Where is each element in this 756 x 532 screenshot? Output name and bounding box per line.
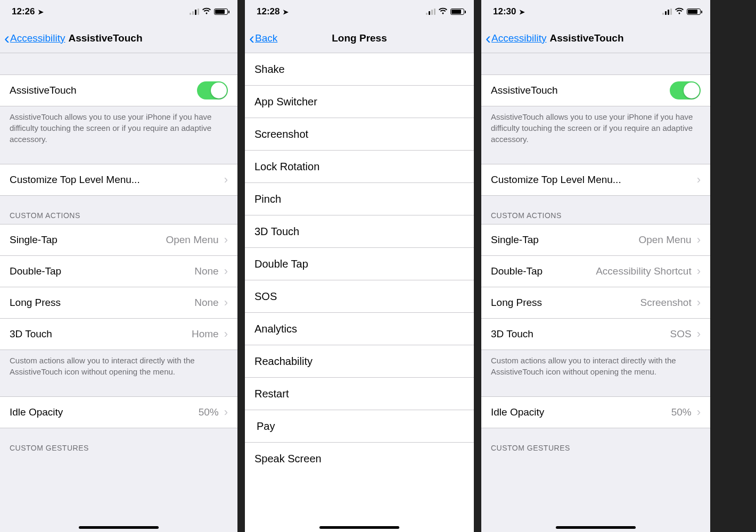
page-title: AssistiveTouch [546,32,623,44]
chevron-right-icon: › [224,296,228,310]
option-pinch[interactable]: Pinch [245,183,474,215]
toggle-label: AssistiveTouch [491,85,558,96]
chevron-right-icon: › [697,405,701,419]
location-icon: ➤ [38,8,44,16]
screen-assistivetouch-before: 12:26 ➤ ‹ Accessibility AssistiveTouch A… [0,0,237,532]
chevron-right-icon: › [224,233,228,247]
wifi-icon [202,7,211,16]
option-analytics[interactable]: Analytics [245,313,474,345]
wifi-icon [438,7,448,16]
home-indicator[interactable] [556,526,636,529]
long-press-row[interactable]: Long Press Screenshot› [481,287,710,319]
assistivetouch-toggle-row[interactable]: AssistiveTouch [0,74,237,106]
toggle-switch[interactable] [197,81,228,99]
chevron-right-icon: › [224,327,228,341]
back-label: Back [255,32,277,44]
double-tap-row[interactable]: Double-Tap Accessibility Shortcut› [481,255,710,287]
chevron-left-icon: ‹ [4,30,10,46]
location-icon: ➤ [519,8,525,16]
status-bar: 12:26 ➤ [0,0,237,23]
toggle-label: AssistiveTouch [10,85,77,96]
option-app-switcher[interactable]: App Switcher [245,86,474,118]
custom-gestures-header: CUSTOM GESTURES [0,428,237,456]
battery-icon [450,9,464,15]
home-indicator[interactable] [79,526,159,529]
clock: 12:28 [257,6,280,17]
single-tap-row[interactable]: Single-Tap Open Menu› [481,224,710,256]
chevron-right-icon: › [697,296,701,310]
nav-bar: ‹ Back Long Press [245,23,474,53]
back-button[interactable]: ‹ Accessibility [0,30,65,46]
custom-gestures-header: CUSTOM GESTURES [481,428,710,456]
actions-footer: Custom actions allow you to interact dir… [0,350,237,377]
nav-bar: ‹ Accessibility AssistiveTouch [0,23,237,53]
custom-actions-header: CUSTOM ACTIONS [481,195,710,224]
customize-menu-row[interactable]: Customize Top Level Menu... › [481,164,710,196]
status-bar: 12:30 ➤ [481,0,710,23]
chevron-right-icon: › [697,233,701,247]
option-shake[interactable]: Shake [245,53,474,86]
toggle-description: AssistiveTouch allows you to use your iP… [481,106,710,145]
wifi-icon [675,7,684,16]
toggle-switch[interactable] [670,81,701,99]
3d-touch-row[interactable]: 3D Touch Home› [0,318,237,350]
status-bar: 12:28 ➤ [245,0,474,23]
assistivetouch-toggle-row[interactable]: AssistiveTouch [481,74,710,106]
nav-bar: ‹ Accessibility AssistiveTouch [481,23,710,53]
chevron-right-icon: › [224,405,228,419]
chevron-right-icon: › [697,173,701,187]
double-tap-row[interactable]: Double-Tap None› [0,255,237,287]
cell-signal-icon [662,9,672,15]
chevron-left-icon: ‹ [486,30,491,46]
chevron-left-icon: ‹ [249,30,254,46]
back-label: Accessibility [491,32,546,44]
toggle-description: AssistiveTouch allows you to use your iP… [0,106,237,145]
page-title: AssistiveTouch [65,32,142,44]
cell-signal-icon [190,9,199,15]
chevron-right-icon: › [224,264,228,278]
single-tap-row[interactable]: Single-Tap Open Menu› [0,224,237,256]
option-reachability[interactable]: Reachability [245,345,474,378]
back-label: Accessibility [10,32,65,44]
screen-long-press-options: 12:28 ➤ ‹ Back Long Press Shake App Swit… [245,0,474,532]
long-press-row[interactable]: Long Press None› [0,287,237,319]
option-apple-pay[interactable]: Pay [245,410,474,443]
clock: 12:30 [493,6,516,17]
cell-signal-icon [426,9,435,15]
option-speak-screen[interactable]: Speak Screen [245,443,474,475]
option-lock-rotation[interactable]: Lock Rotation [245,151,474,183]
back-button[interactable]: ‹ Back [245,30,277,46]
option-3d-touch[interactable]: 3D Touch [245,215,474,248]
page-title: Long Press [245,32,474,44]
actions-footer: Custom actions allow you to interact dir… [481,350,710,377]
customize-menu-row[interactable]: Customize Top Level Menu... › [0,164,237,196]
chevron-right-icon: › [697,264,701,278]
option-restart[interactable]: Restart [245,378,474,410]
chevron-right-icon: › [697,327,701,341]
clock: 12:26 [12,6,35,17]
back-button[interactable]: ‹ Accessibility [481,30,546,46]
screen-assistivetouch-after: 12:30 ➤ ‹ Accessibility AssistiveTouch A… [481,0,710,532]
battery-icon [214,9,228,15]
option-sos[interactable]: SOS [245,280,474,313]
location-icon: ➤ [283,8,289,16]
option-screenshot[interactable]: Screenshot [245,118,474,151]
home-indicator[interactable] [319,526,399,529]
idle-opacity-row[interactable]: Idle Opacity 50%› [0,396,237,428]
3d-touch-row[interactable]: 3D Touch SOS› [481,318,710,350]
chevron-right-icon: › [224,173,228,187]
option-double-tap[interactable]: Double Tap [245,248,474,280]
battery-icon [687,9,701,15]
idle-opacity-row[interactable]: Idle Opacity 50%› [481,396,710,428]
custom-actions-header: CUSTOM ACTIONS [0,195,237,224]
